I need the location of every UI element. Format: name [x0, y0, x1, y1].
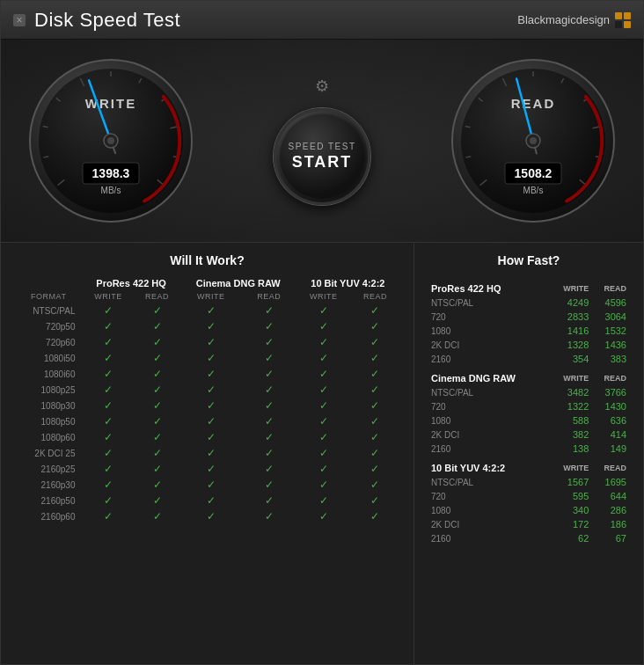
- check-cell: ✓: [242, 366, 296, 382]
- check-cell: ✓: [180, 413, 242, 429]
- check-icon: ✓: [153, 463, 162, 475]
- check-icon: ✓: [370, 447, 379, 459]
- close-button[interactable]: [13, 14, 26, 26]
- check-cell: ✓: [134, 318, 179, 334]
- table-row: 720p60✓✓✓✓✓✓: [15, 334, 399, 350]
- check-icon: ✓: [104, 510, 113, 522]
- check-icon: ✓: [104, 399, 113, 412]
- table-row: 2160p60✓✓✓✓✓✓: [15, 508, 399, 524]
- write-col-header: WRITE: [550, 456, 591, 475]
- check-icon: ✓: [265, 479, 274, 491]
- how-fast-table: ProRes 422 HQ WRITE READ NTSC/PAL 4249 4…: [428, 276, 629, 545]
- write-value-cell: 382: [550, 428, 591, 442]
- table-row: 2160 62 67: [428, 531, 629, 545]
- settings-icon[interactable]: ⚙: [315, 77, 329, 96]
- brand-icon-cell-4: [624, 21, 631, 28]
- will-it-work-table: ProRes 422 HQ Cinema DNG RAW 10 Bit YUV …: [15, 276, 399, 524]
- check-icon: ✓: [370, 399, 379, 412]
- check-cell: ✓: [242, 334, 296, 350]
- check-icon: ✓: [207, 510, 216, 522]
- check-icon: ✓: [104, 494, 113, 507]
- check-icon: ✓: [153, 399, 162, 412]
- write-value-cell: 1322: [550, 399, 591, 413]
- format-cell: 1080p30: [15, 398, 82, 413]
- how-fast-panel: How Fast? ProRes 422 HQ WRITE READ NTSC/…: [414, 243, 643, 664]
- how-fast-title: How Fast?: [428, 253, 629, 267]
- check-cell: ✓: [296, 350, 351, 366]
- check-cell: ✓: [134, 429, 179, 445]
- table-row: 1080p25✓✓✓✓✓✓: [15, 382, 399, 398]
- check-cell: ✓: [82, 303, 134, 318]
- check-icon: ✓: [319, 479, 328, 491]
- format-cell: NTSC/PAL: [15, 303, 82, 318]
- check-cell: ✓: [351, 334, 399, 350]
- check-icon: ✓: [104, 447, 113, 459]
- check-cell: ✓: [351, 508, 399, 524]
- table-row: NTSC/PAL 1567 1695: [428, 475, 629, 489]
- format-name-cell: 2160: [428, 352, 550, 366]
- check-cell: ✓: [82, 413, 134, 429]
- check-cell: ✓: [82, 350, 134, 366]
- read-col-header: READ: [591, 276, 629, 296]
- check-icon: ✓: [370, 510, 379, 522]
- format-cell: 1080p60: [15, 429, 82, 445]
- check-cell: ✓: [180, 398, 242, 413]
- check-cell: ✓: [242, 413, 296, 429]
- check-cell: ✓: [242, 429, 296, 445]
- check-cell: ✓: [134, 303, 179, 318]
- table-row: 2K DCI 382 414: [428, 428, 629, 442]
- check-cell: ✓: [180, 429, 242, 445]
- check-icon: ✓: [319, 494, 328, 507]
- table-row: 1080i60✓✓✓✓✓✓: [15, 366, 399, 382]
- check-icon: ✓: [207, 463, 216, 475]
- check-icon: ✓: [265, 352, 274, 364]
- write-gauge: WRITE 1398.3 MB/s: [27, 57, 194, 224]
- check-icon: ✓: [153, 494, 162, 507]
- check-cell: ✓: [296, 366, 351, 382]
- svg-point-38: [530, 137, 537, 144]
- start-button[interactable]: SPEED TEST START: [274, 108, 370, 205]
- col-dng: Cinema DNG RAW: [180, 276, 296, 290]
- check-icon: ✓: [370, 336, 379, 348]
- table-row: 1080p30✓✓✓✓✓✓: [15, 398, 399, 413]
- brand-icon-cell-2: [624, 12, 631, 19]
- table-row: 1080p50✓✓✓✓✓✓: [15, 413, 399, 429]
- check-icon: ✓: [370, 352, 379, 364]
- format-name-cell: 1080: [428, 324, 550, 338]
- check-cell: ✓: [134, 508, 179, 524]
- read-value-cell: 3766: [591, 385, 629, 399]
- check-icon: ✓: [319, 447, 328, 459]
- check-cell: ✓: [351, 398, 399, 413]
- check-icon: ✓: [370, 368, 379, 380]
- main-window: Disk Speed Test Blackmagicdesign: [0, 0, 644, 665]
- check-cell: ✓: [296, 334, 351, 350]
- check-cell: ✓: [351, 413, 399, 429]
- check-cell: ✓: [134, 398, 179, 413]
- format-name-cell: NTSC/PAL: [428, 296, 550, 310]
- check-cell: ✓: [180, 493, 242, 508]
- format-name-cell: 2160: [428, 531, 550, 545]
- section-name: ProRes 422 HQ: [428, 276, 550, 296]
- brand-icon-cell-3: [615, 21, 622, 28]
- check-cell: ✓: [180, 303, 242, 318]
- check-cell: ✓: [296, 318, 351, 334]
- format-name-cell: 2K DCI: [428, 338, 550, 352]
- check-cell: ✓: [82, 429, 134, 445]
- read-value-cell: 149: [591, 442, 629, 456]
- brand-logo: Blackmagicdesign: [517, 12, 631, 28]
- check-cell: ✓: [82, 477, 134, 493]
- format-name-cell: 720: [428, 399, 550, 413]
- check-icon: ✓: [207, 384, 216, 396]
- format-name-cell: 720: [428, 310, 550, 324]
- check-cell: ✓: [242, 382, 296, 398]
- read-value-cell: 383: [591, 352, 629, 366]
- check-cell: ✓: [242, 445, 296, 461]
- check-cell: ✓: [134, 413, 179, 429]
- check-icon: ✓: [153, 320, 162, 332]
- check-cell: ✓: [242, 493, 296, 508]
- check-icon: ✓: [265, 368, 274, 380]
- svg-text:MB/s: MB/s: [101, 186, 121, 195]
- check-cell: ✓: [351, 318, 399, 334]
- check-cell: ✓: [242, 398, 296, 413]
- check-cell: ✓: [296, 429, 351, 445]
